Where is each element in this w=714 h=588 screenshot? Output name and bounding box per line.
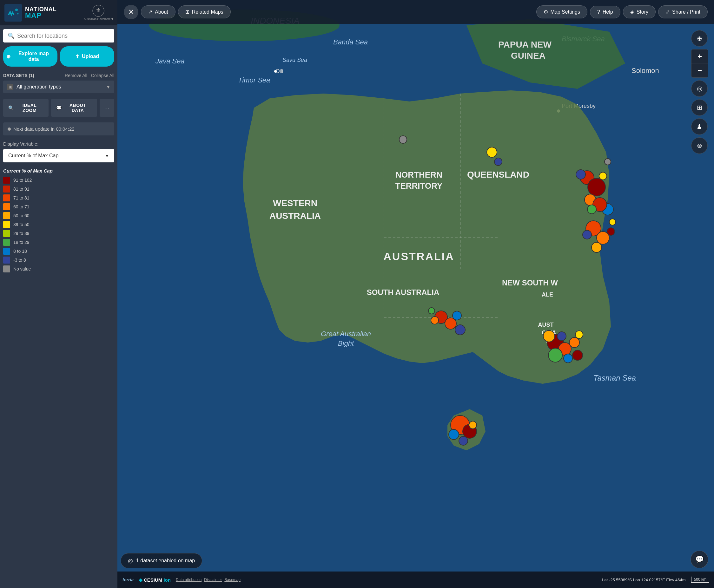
chat-button[interactable]: 💬 — [691, 551, 708, 568]
svg-text:NEW SOUTH W: NEW SOUTH W — [502, 278, 558, 287]
legend-label: 8 to 18 — [13, 249, 27, 254]
legend-color-swatch — [3, 257, 10, 264]
dataset-expand-icon[interactable]: ▼ — [106, 84, 110, 89]
upload-button[interactable]: ⬆ Upload — [60, 46, 114, 67]
explore-icon: ⊕ — [6, 54, 11, 60]
svg-point-67 — [455, 325, 465, 335]
search-bar: 🔍 — [0, 25, 117, 46]
datasets-header: DATA SETS (1) Remove All Collapse All — [3, 73, 114, 78]
display-variable-section: Display Variable: Current % of Max Cap ▼ — [0, 138, 117, 165]
help-button[interactable]: ? Help — [590, 6, 620, 18]
legend-color-swatch — [3, 194, 10, 202]
chevron-down-icon: ▼ — [105, 153, 109, 158]
ideal-zoom-label: IDEAL ZOOM — [16, 103, 43, 113]
svg-point-53 — [587, 205, 596, 214]
zoom-icon: 🔍 — [8, 105, 14, 110]
about-data-button[interactable]: 💬 ABOUT DATA — [51, 99, 97, 117]
svg-point-56 — [569, 337, 579, 348]
about-data-label: ABOUT DATA — [63, 103, 92, 113]
ideal-zoom-button[interactable]: 🔍 IDEAL ZOOM — [3, 99, 48, 117]
disclaimer-link[interactable]: Disclaimer — [204, 578, 222, 582]
svg-text:Timor Sea: Timor Sea — [238, 76, 270, 84]
update-bar: Next data update in 00:04:22 — [3, 122, 114, 135]
svg-point-47 — [592, 242, 601, 252]
svg-text:AUST: AUST — [538, 321, 554, 328]
app-header: NATIONAL MAP ⚜ Australian Government — [0, 0, 117, 25]
map-container[interactable]: INDONESIA Java Sea Timor Sea Banda Sea B… — [117, 0, 714, 588]
share-icon: ⤢ — [666, 9, 670, 15]
gov-text: Australian Government — [84, 17, 113, 21]
svg-text:⚜: ⚜ — [96, 7, 101, 13]
zoom-out-button[interactable]: − — [692, 63, 708, 77]
svg-point-75 — [494, 158, 502, 166]
data-attribution-link[interactable]: Data attribution — [176, 578, 202, 582]
search-icon: 🔍 — [7, 33, 15, 39]
gov-logo: ⚜ Australian Government — [84, 5, 113, 21]
legend-label: 81 to 91 — [13, 187, 29, 192]
svg-point-60 — [548, 348, 562, 362]
share-print-button[interactable]: ⤢ Share / Print — [658, 5, 708, 18]
more-icon: ⋯ — [104, 105, 110, 111]
layers-button[interactable]: ⊞ — [691, 99, 708, 116]
legend-label: 29 to 39 — [13, 231, 29, 236]
help-label: Help — [603, 9, 613, 15]
cesium-text: CESIUM — [144, 577, 162, 583]
svg-text:GUINEA: GUINEA — [511, 51, 546, 61]
legend-item: 91 to 102 — [3, 177, 114, 184]
svg-text:Savu Sea: Savu Sea — [282, 57, 307, 63]
australia-logo-icon — [4, 4, 22, 22]
external-link-icon: ↗ — [148, 9, 152, 15]
display-variable-label: Display Variable: — [3, 141, 114, 147]
logo-map: MAP — [25, 12, 57, 19]
basemap-link[interactable]: Basemap — [224, 578, 241, 582]
top-nav: ✕ ↗ About ⊞ Related Maps ⚙ Map Settings … — [117, 0, 714, 24]
action-buttons: ⊕ Explore map data ⬆ Upload — [0, 46, 117, 70]
svg-text:AUSTRALIA: AUSTRALIA — [269, 211, 321, 221]
collapse-all-link[interactable]: Collapse All — [91, 73, 114, 78]
story-button[interactable]: ◈ Story — [623, 5, 656, 18]
locate-button[interactable]: ◎ — [691, 80, 708, 97]
update-notice: Next data update in 00:04:22 — [0, 120, 117, 138]
legend: Current % of Max Cap 91 to 102 81 to 91 … — [0, 165, 117, 588]
svg-text:NORTHERN: NORTHERN — [395, 170, 442, 180]
explore-map-data-button[interactable]: ⊕ Explore map data — [3, 46, 57, 67]
more-options-button[interactable]: ⋯ — [100, 99, 114, 117]
dataset-badge[interactable]: ◎ 1 dataset enabled on map — [121, 553, 202, 568]
related-maps-button[interactable]: ⊞ Related Maps — [178, 5, 231, 18]
dataset-checkbox[interactable]: ▣ — [7, 84, 13, 90]
svg-point-59 — [575, 331, 583, 338]
search-input[interactable] — [17, 33, 110, 39]
svg-point-73 — [469, 421, 477, 429]
question-icon: ? — [597, 9, 600, 15]
svg-text:Great Australian: Great Australian — [321, 330, 371, 338]
svg-point-74 — [487, 147, 497, 157]
svg-point-49 — [607, 228, 615, 235]
svg-text:WESTERN: WESTERN — [273, 198, 317, 208]
datasets-actions: Remove All Collapse All — [65, 73, 114, 78]
person-button[interactable]: ♟ — [691, 118, 708, 135]
map-settings-button[interactable]: ⚙ Map Settings — [536, 5, 587, 18]
legend-color-swatch — [3, 239, 10, 246]
svg-point-42 — [576, 170, 586, 179]
upload-icon: ⬆ — [75, 54, 79, 60]
map-controls-right: ⊕ + − ◎ ⊞ ♟ ⊜ — [691, 30, 708, 154]
status-bar: terria ◆ CESIUM ion Data attribution Dis… — [117, 571, 714, 588]
svg-point-58 — [543, 331, 555, 342]
display-variable-select[interactable]: Current % of Max Cap ▼ — [3, 149, 114, 162]
svg-point-71 — [449, 429, 459, 440]
zoom-in-button[interactable]: + — [692, 49, 708, 63]
legend-item: 50 to 60 — [3, 212, 114, 219]
svg-point-61 — [564, 354, 572, 363]
svg-point-72 — [459, 436, 468, 445]
search-input-wrapper[interactable]: 🔍 — [3, 29, 114, 42]
compass-button[interactable]: ⊕ — [691, 30, 708, 47]
gear-button[interactable]: ⊜ — [691, 137, 708, 154]
close-button[interactable]: ✕ — [124, 5, 138, 19]
gov-crest-icon: ⚜ — [93, 5, 104, 17]
about-button[interactable]: ↗ About — [141, 5, 176, 18]
svg-text:Solomon: Solomon — [632, 67, 659, 75]
svg-point-50 — [609, 219, 616, 225]
dataset-item: ▣ All generation types ▼ — [3, 81, 114, 93]
story-label: Story — [637, 9, 648, 15]
remove-all-link[interactable]: Remove All — [65, 73, 87, 78]
